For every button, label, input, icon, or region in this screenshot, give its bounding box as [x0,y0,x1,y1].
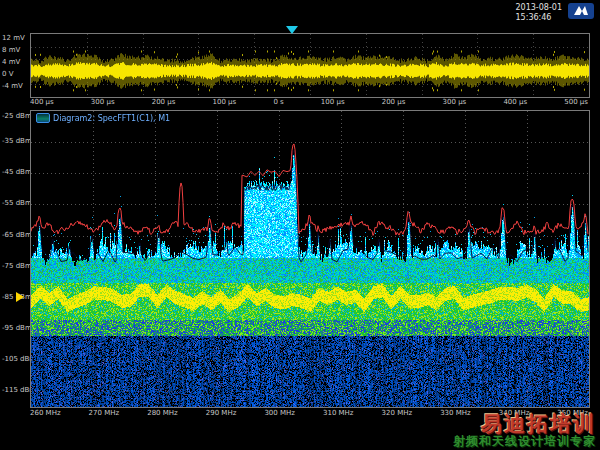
wave-xtick: 300 μs [91,98,115,106]
waveform-diagram[interactable] [30,33,590,98]
spec-ytick-4: -65 dBm [2,231,29,239]
wave-ytick-4: -4 mV [2,82,29,90]
rs-logo [568,3,594,19]
spectrum-canvas[interactable] [31,111,589,407]
wave-xtick: 0 s [273,98,283,106]
waveform-time-axis: 400 μs 300 μs 200 μs 100 μs 0 s 100 μs 2… [30,98,588,106]
wave-xtick: 200 μs [152,98,176,106]
wave-xtick: 400 μs [30,98,54,106]
status-datetime: 2013-08-01 15:36:46 [516,3,563,23]
watermark: 易迪拓培训 射频和天线设计培训专家 [453,413,596,448]
trigger-position-marker[interactable] [286,26,298,34]
spec-xtick: 320 MHz [382,409,413,417]
watermark-line1: 易迪拓培训 [453,413,596,435]
status-time: 15:36:46 [516,13,563,23]
spec-ytick-8: -105 dBm [2,355,29,363]
status-date: 2013-08-01 [516,3,563,13]
spec-xtick: 280 MHz [147,409,178,417]
wave-ytick-2: 4 mV [2,58,29,66]
spec-xtick: 270 MHz [89,409,120,417]
spec-xtick: 300 MHz [264,409,295,417]
trace-position-marker[interactable] [16,292,24,302]
wave-xtick: 300 μs [443,98,467,106]
spec-ytick-3: -55 dBm [2,199,29,207]
spectrum-title-row: Diagram2: SpecFFT1(C1), M1 [36,113,170,123]
spec-ytick-2: -45 dBm [2,168,29,176]
spec-xtick: 290 MHz [206,409,237,417]
spec-xtick: 260 MHz [30,409,61,417]
oscilloscope-screen: 2013-08-01 15:36:46 12 mV 8 mV 4 mV 0 V … [0,0,600,450]
wave-ytick-1: 8 mV [2,46,29,54]
spec-ytick-9: -115 dBm [2,386,29,394]
wave-xtick: 400 μs [503,98,527,106]
spec-ytick-5: -75 dBm [2,262,29,270]
wave-xtick: 500 μs [564,98,588,106]
spec-ytick-0: -25 dBm [2,112,29,120]
spec-xtick: 310 MHz [323,409,354,417]
wave-ytick-0: 12 mV [2,34,29,42]
waveform-canvas[interactable] [31,34,589,97]
watermark-line2: 射频和天线设计培训专家 [453,435,596,448]
wave-xtick: 200 μs [382,98,406,106]
spec-ytick-7: -95 dBm [2,324,29,332]
spectrum-diagram[interactable]: Diagram2: SpecFFT1(C1), M1 [30,110,590,408]
spectrum-title: Diagram2: SpecFFT1(C1), M1 [53,114,170,123]
wave-xtick: 100 μs [321,98,345,106]
wave-xtick: 100 μs [213,98,237,106]
wave-ytick-3: 0 V [2,70,29,78]
rs-logo-icon [572,5,590,17]
spectrum-trace-badge-icon [36,113,50,123]
spec-ytick-1: -35 dBm [2,137,29,145]
